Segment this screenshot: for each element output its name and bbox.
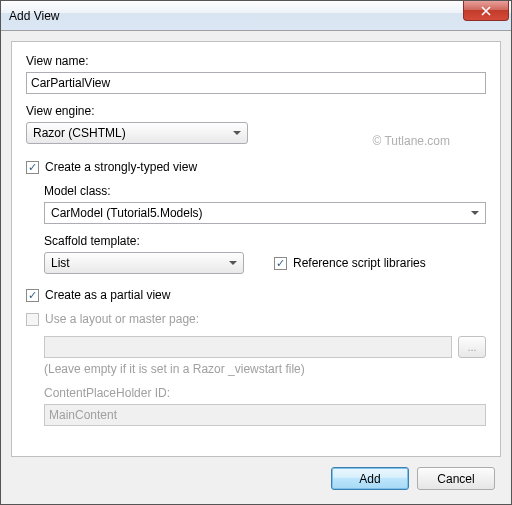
chevron-down-icon: [471, 211, 479, 215]
ref-script-row: Reference script libraries: [274, 256, 426, 270]
model-class-value: CarModel (Tutorial5.Models): [51, 206, 203, 220]
model-class-label: Model class:: [44, 184, 486, 198]
titlebar: Add View: [1, 1, 511, 31]
partial-view-label: Create as a partial view: [45, 288, 170, 302]
watermark: © Tutlane.com: [372, 134, 450, 148]
scaffold-row: Scaffold template: List Reference script…: [44, 234, 486, 274]
use-layout-label: Use a layout or master page:: [45, 312, 199, 326]
content-area: © Tutlane.com View name: View engine: Ra…: [1, 31, 511, 504]
close-icon: [481, 6, 491, 16]
scaffold-combo[interactable]: List: [44, 252, 244, 274]
cancel-button-label: Cancel: [437, 472, 474, 486]
button-row: Add Cancel: [11, 457, 501, 494]
partial-view-row: Create as a partial view: [26, 288, 486, 302]
ref-script-checkbox[interactable]: [274, 257, 287, 270]
layout-path-row: ... (Leave empty if it is set in a Razor…: [44, 336, 486, 376]
use-layout-row: Use a layout or master page:: [26, 312, 486, 326]
ref-script-label: Reference script libraries: [293, 256, 426, 270]
dialog-window: Add View © Tutlane.com View name: View e…: [0, 0, 512, 505]
layout-hint: (Leave empty if it is set in a Razor _vi…: [44, 362, 486, 376]
model-class-row: Model class: CarModel (Tutorial5.Models): [44, 184, 486, 224]
browse-button: ...: [458, 336, 486, 358]
view-engine-value: Razor (CSHTML): [33, 126, 126, 140]
scaffold-label: Scaffold template:: [44, 234, 486, 248]
view-name-row: View name:: [26, 54, 486, 94]
cph-input: [44, 404, 486, 426]
model-class-combo[interactable]: CarModel (Tutorial5.Models): [44, 202, 486, 224]
view-engine-label: View engine:: [26, 104, 486, 118]
view-name-label: View name:: [26, 54, 486, 68]
strongly-typed-checkbox[interactable]: [26, 161, 39, 174]
scaffold-value: List: [51, 256, 70, 270]
use-layout-checkbox: [26, 313, 39, 326]
partial-view-checkbox[interactable]: [26, 289, 39, 302]
titlebar-buttons: [463, 1, 511, 30]
chevron-down-icon: [229, 261, 237, 265]
strongly-typed-label: Create a strongly-typed view: [45, 160, 197, 174]
window-title: Add View: [9, 9, 463, 23]
view-engine-combo[interactable]: Razor (CSHTML): [26, 122, 248, 144]
chevron-down-icon: [233, 131, 241, 135]
layout-path-input: [44, 336, 452, 358]
cph-label: ContentPlaceHolder ID:: [44, 386, 486, 400]
cph-row: ContentPlaceHolder ID:: [44, 386, 486, 426]
close-button[interactable]: [463, 1, 509, 21]
form-panel: © Tutlane.com View name: View engine: Ra…: [11, 41, 501, 457]
add-button[interactable]: Add: [331, 467, 409, 490]
cancel-button[interactable]: Cancel: [417, 467, 495, 490]
browse-label: ...: [467, 341, 476, 353]
strongly-typed-row: Create a strongly-typed view: [26, 160, 486, 174]
add-button-label: Add: [359, 472, 380, 486]
view-name-input[interactable]: [26, 72, 486, 94]
